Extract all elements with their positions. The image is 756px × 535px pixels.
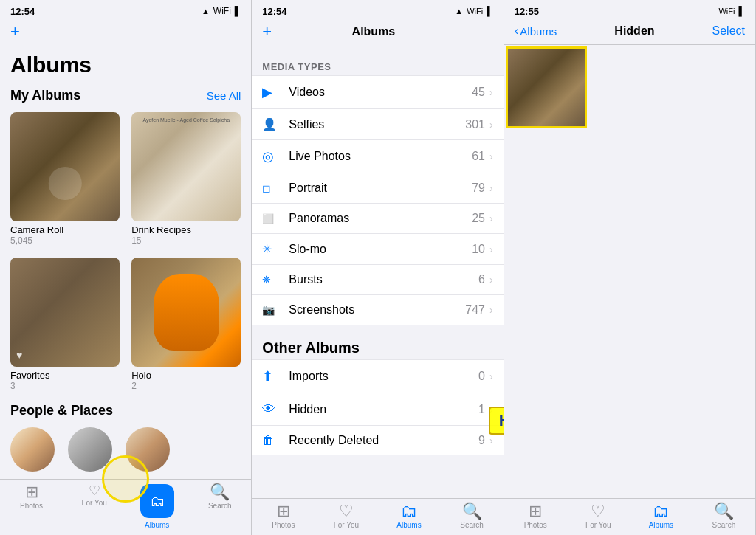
for-you-tab-icon-2: ♡: [339, 503, 354, 520]
album-thumb-holo: [131, 258, 241, 367]
albums-tab-circle: 🗂: [140, 484, 174, 518]
status-time-3: 12:55: [515, 6, 539, 17]
tab-albums[interactable]: 🗂 Albums: [126, 484, 188, 529]
tab-search[interactable]: 🔍 Search: [188, 484, 251, 529]
media-types-header: Media Types: [252, 46, 503, 75]
photos-tab-label-2: Photos: [272, 521, 295, 529]
list-row-screenshots[interactable]: 📷 Screenshots 747 ›: [252, 295, 503, 325]
wifi-icon-2: WiFi: [467, 7, 483, 15]
people-grid: [0, 421, 251, 477]
live-photos-icon: ◎: [262, 148, 283, 165]
photo-cell-1[interactable]: [506, 46, 588, 128]
photo-grid: [504, 45, 755, 130]
scroll-content-2: Media Types ▶ Videos 45 › 👤 Selfies 301 …: [252, 46, 503, 498]
live-photos-chevron: ›: [489, 151, 493, 162]
tab-for-you-3[interactable]: ♡ For You: [567, 503, 630, 529]
see-all-button[interactable]: See All: [207, 89, 241, 102]
portrait-label: Portrait: [289, 182, 472, 195]
select-button[interactable]: Select: [712, 24, 745, 38]
photos-tab-label: Photos: [20, 502, 43, 510]
album-name-favorites: Favorites: [10, 370, 120, 381]
list-row-portrait[interactable]: ◻ Portrait 79 ›: [252, 173, 503, 204]
portrait-icon: ◻: [262, 182, 283, 194]
album-name-camera-roll: Camera Roll: [10, 224, 120, 235]
tab-photos-3[interactable]: ⊞ Photos: [504, 503, 567, 529]
status-time: 12:54: [10, 6, 35, 17]
panoramas-chevron: ›: [489, 213, 493, 224]
album-count-camera-roll: 5,045: [10, 235, 120, 246]
hidden-label: Hidden: [289, 403, 478, 416]
back-label: Albums: [520, 25, 557, 38]
list-row-imports[interactable]: ⬆ Imports 0 ›: [252, 360, 503, 393]
list-row-live-photos[interactable]: ◎ Live Photos 61 ›: [252, 140, 503, 173]
status-bar-3: 12:55 WiFi ▌: [504, 0, 755, 21]
status-bar-2: 12:54 ▲ WiFi ▌: [252, 0, 503, 21]
tab-for-you-2[interactable]: ♡ For You: [315, 503, 377, 529]
my-albums-header: My Albums See All: [0, 82, 251, 106]
tab-bar: ⊞ Photos ♡ For You 🗂 Albums 🔍 Search: [0, 479, 251, 535]
tab-for-you[interactable]: ♡ For You: [63, 484, 126, 529]
bursts-icon: ❋: [262, 274, 283, 286]
imports-chevron: ›: [489, 370, 493, 382]
list-row-hidden[interactable]: 👁 Hidden 1 ›: [252, 393, 503, 426]
hidden-photos-scroll: [504, 45, 755, 498]
person-avatar-1[interactable]: [10, 427, 55, 472]
tab-photos[interactable]: ⊞ Photos: [0, 484, 63, 529]
portrait-count: 79: [472, 182, 485, 195]
person-avatar-3[interactable]: [126, 427, 170, 472]
list-row-bursts[interactable]: ❋ Bursts 6 ›: [252, 265, 503, 295]
other-albums-header: Other Albums: [252, 325, 503, 359]
list-row-panoramas[interactable]: ⬜ Panoramas 25 ›: [252, 204, 503, 234]
add-button-2[interactable]: +: [262, 24, 272, 40]
nav-bar: +: [0, 21, 251, 46]
list-row-slomo[interactable]: ✳ Slo-mo 10 ›: [252, 234, 503, 265]
album-item-favorites[interactable]: ♥ Favorites 3: [10, 258, 120, 391]
bursts-chevron: ›: [489, 274, 493, 286]
list-row-videos[interactable]: ▶ Videos 45 ›: [252, 76, 503, 109]
panoramas-icon: ⬜: [262, 213, 283, 224]
slomo-chevron: ›: [489, 244, 493, 255]
nav-title-3: Hidden: [614, 24, 654, 38]
list-row-recently-deleted[interactable]: 🗑 Recently Deleted 9 ›: [252, 426, 503, 455]
search-tab-label-2: Search: [460, 521, 484, 529]
selfies-icon: 👤: [262, 117, 283, 131]
tab-search-3[interactable]: 🔍 Search: [693, 503, 755, 529]
panel-hidden: 12:55 WiFi ▌ ‹ Albums Hidden Select ⊞ Ph…: [504, 0, 756, 535]
panoramas-count: 25: [472, 212, 485, 225]
screenshots-chevron: ›: [489, 304, 493, 316]
wifi-icon-3: WiFi: [718, 7, 735, 15]
tab-albums-3[interactable]: 🗂 Albums: [630, 503, 693, 529]
selfies-chevron: ›: [489, 119, 493, 131]
tab-photos-2[interactable]: ⊞ Photos: [252, 503, 315, 529]
bursts-count: 6: [478, 273, 485, 286]
battery-icon-3: ▌: [738, 6, 745, 16]
tab-search-2[interactable]: 🔍 Search: [441, 503, 504, 529]
battery-icon: ▌: [235, 6, 241, 16]
imports-count: 0: [478, 370, 485, 383]
album-thumb-camera-roll: [10, 112, 120, 221]
add-button[interactable]: +: [10, 24, 20, 40]
for-you-tab-label-2: For You: [334, 521, 359, 529]
tab-albums-2[interactable]: 🗂 Albums: [377, 503, 440, 529]
album-count-holo: 2: [131, 381, 241, 391]
album-name-holo: Holo: [131, 370, 241, 381]
photos-tab-icon-2: ⊞: [277, 503, 290, 520]
album-item-holo[interactable]: Holo 2: [131, 258, 241, 391]
album-item-camera-roll[interactable]: Camera Roll 5,045: [10, 112, 120, 246]
album-item-drink-recipes[interactable]: Ayofen Muelle - Aged Coffee Salpicha Dri…: [131, 112, 241, 246]
hidden-count: 1: [478, 403, 485, 416]
albums-tab-label-3: Albums: [649, 521, 673, 529]
hidden-tooltip-text: Hidden: [489, 407, 504, 435]
search-tab-icon: 🔍: [210, 484, 230, 500]
selfies-label: Selfies: [289, 118, 465, 131]
slomo-label: Slo-mo: [289, 243, 472, 256]
for-you-tab-icon-3: ♡: [591, 503, 605, 520]
search-tab-label-3: Search: [712, 521, 736, 529]
tab-bar-3: ⊞ Photos ♡ For You 🗂 Albums 🔍 Search: [504, 498, 755, 535]
back-button[interactable]: ‹ Albums: [515, 24, 557, 38]
list-row-selfies[interactable]: 👤 Selfies 301 ›: [252, 109, 503, 140]
recently-deleted-count: 9: [478, 434, 485, 447]
person-avatar-2[interactable]: [68, 427, 112, 472]
nav-bar-2: + Albums: [252, 21, 503, 46]
battery-icon-2: ▌: [487, 6, 493, 16]
